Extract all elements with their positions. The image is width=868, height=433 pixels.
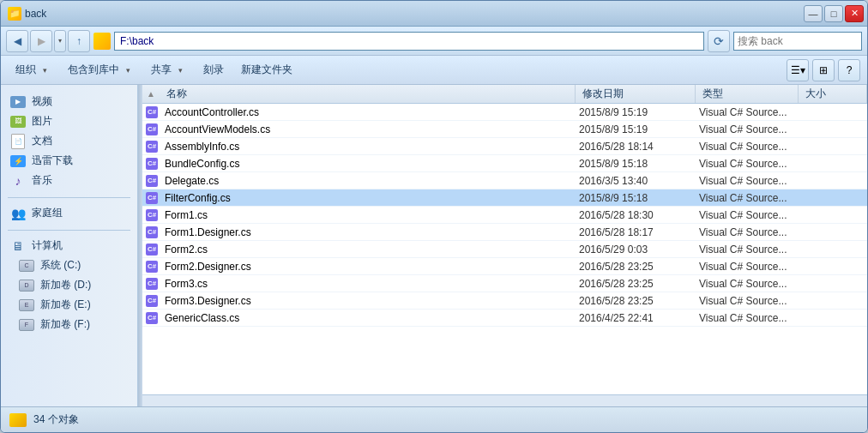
file-name-cell: C# Form1.Designer.cs [142, 224, 576, 240]
file-type-cell: Visual C# Source... [696, 104, 799, 120]
file-name-text: BundleConfig.cs [165, 158, 239, 170]
sidebar-item-homegroup[interactable]: 👥 家庭组 [1, 203, 137, 223]
image-icon: 🖼 [9, 115, 27, 129]
new-folder-button[interactable]: 新建文件夹 [233, 59, 300, 81]
up-button[interactable]: ↑ [68, 30, 90, 52]
file-size-cell [799, 292, 867, 309]
file-name-text: GenericClass.cs [165, 312, 239, 324]
file-date-cell: 2015/8/9 15:19 [576, 104, 696, 120]
search-input[interactable] [734, 33, 868, 49]
file-type-cell: Visual C# Source... [696, 310, 799, 326]
col-header-type[interactable]: 类型 [696, 85, 799, 103]
file-type-cell: Visual C# Source... [696, 224, 799, 240]
status-count: 34 个对象 [33, 412, 79, 427]
sidebar-label-computer: 计算机 [32, 238, 63, 253]
file-type-cell: Visual C# Source... [696, 121, 799, 137]
explorer-window: 📁 back — □ ✕ ◀ ▶ ▾ ↑ ⟳ 🔍 组织 ▾ 包含到库中 [0, 0, 868, 433]
file-area: ▲ 名称 修改日期 类型 大小 C# AccountController [142, 85, 867, 406]
horizontal-scrollbar[interactable] [142, 394, 867, 406]
sidebar-label-drive-c: 系统 (C:) [40, 258, 81, 273]
address-input[interactable] [114, 32, 704, 51]
file-size-cell [799, 241, 867, 257]
nav-buttons: ◀ ▶ ▾ ↑ [6, 30, 90, 52]
table-row[interactable]: C# Form2.cs 2016/5/29 0:03 Visual C# Sou… [142, 241, 867, 258]
sidebar-item-image[interactable]: 🖼 图片 [1, 111, 137, 131]
file-name-cell: C# Form3.cs [142, 275, 576, 292]
toolbar: 组织 ▾ 包含到库中 ▾ 共享 ▾ 刻录 新建文件夹 ☰▾ ⊞ ? [1, 56, 867, 85]
sidebar-item-drive-f[interactable]: F 新加卷 (F:) [1, 315, 137, 334]
table-row[interactable]: C# AccountController.cs 2015/8/9 15:19 V… [142, 104, 867, 121]
sidebar-item-music[interactable]: ♪ 音乐 [1, 171, 137, 190]
table-row[interactable]: C# AssemblyInfo.cs 2016/5/28 18:14 Visua… [142, 138, 867, 155]
file-date-cell: 2016/5/28 18:14 [576, 138, 696, 154]
sidebar-item-drive-e[interactable]: E 新加卷 (E:) [1, 295, 137, 315]
file-name-text: AccountViewModels.cs [165, 123, 270, 135]
file-name-cell: C# AssemblyInfo.cs [142, 138, 576, 154]
new-folder-label: 新建文件夹 [241, 63, 292, 77]
music-icon: ♪ [9, 174, 27, 188]
table-row[interactable]: C# Form3.Designer.cs 2016/5/28 23:25 Vis… [142, 292, 867, 310]
drive-c-icon: C [18, 259, 35, 273]
file-date-cell: 2016/5/28 23:25 [576, 275, 696, 292]
back-button[interactable]: ◀ [6, 30, 28, 52]
col-header-name[interactable]: 名称 [160, 85, 576, 103]
table-row[interactable]: C# BundleConfig.cs 2015/8/9 15:18 Visual… [142, 155, 867, 172]
sidebar-item-thunder[interactable]: ⚡ 迅雷下载 [1, 151, 137, 171]
file-date-cell: 2016/5/29 0:03 [576, 241, 696, 257]
table-row[interactable]: C# Delegate.cs 2016/3/5 13:40 Visual C# … [142, 172, 867, 189]
file-type-cell: Visual C# Source... [696, 189, 799, 206]
table-row[interactable]: C# Form1.Designer.cs 2016/5/28 18:17 Vis… [142, 224, 867, 241]
status-folder-icon [9, 413, 27, 427]
close-button[interactable]: ✕ [845, 5, 864, 22]
file-name-cell: C# Form2.Designer.cs [142, 258, 576, 274]
col-header-date[interactable]: 修改日期 [576, 85, 696, 103]
sidebar-label-homegroup: 家庭组 [32, 206, 63, 220]
file-size-cell [799, 310, 867, 326]
file-date-cell: 2015/8/9 15:18 [576, 155, 696, 171]
minimize-button[interactable]: — [804, 5, 823, 22]
sidebar-item-drive-c[interactable]: C 系统 (C:) [1, 256, 137, 275]
sidebar-favorites: ▶ 视频 🖼 图片 📄 文档 [1, 92, 137, 190]
sidebar-label-drive-f: 新加卷 (F:) [40, 317, 90, 332]
toolbar-right: ☰▾ ⊞ ? [787, 59, 860, 81]
burn-button[interactable]: 刻录 [196, 59, 232, 81]
sidebar-item-video[interactable]: ▶ 视频 [1, 92, 137, 111]
col-header-size[interactable]: 大小 [799, 85, 867, 103]
file-size-cell [799, 207, 867, 223]
share-button[interactable]: 共享 ▾ [143, 59, 194, 81]
file-date-cell: 2016/5/28 23:25 [576, 292, 696, 309]
table-row[interactable]: C# GenericClass.cs 2016/4/25 22:41 Visua… [142, 310, 867, 327]
sidebar-item-computer[interactable]: 🖥 计算机 [1, 236, 137, 256]
cs-file-icon: C# [146, 226, 158, 238]
file-size-cell [799, 189, 867, 206]
forward-button[interactable]: ▶ [30, 30, 52, 52]
library-button[interactable]: 包含到库中 ▾ [60, 59, 142, 81]
file-size-cell [799, 275, 867, 292]
organize-button[interactable]: 组织 ▾ [8, 59, 58, 81]
table-row[interactable]: C# FilterConfig.cs 2015/8/9 15:18 Visual… [142, 189, 867, 207]
sidebar-label-doc: 文档 [32, 134, 52, 148]
view-dropdown-button[interactable]: ☰▾ [787, 59, 809, 81]
table-row[interactable]: C# Form3.cs 2016/5/28 23:25 Visual C# So… [142, 275, 867, 292]
sidebar-label-music: 音乐 [32, 173, 52, 188]
cs-file-icon: C# [146, 158, 158, 170]
sidebar-item-drive-d[interactable]: D 新加卷 (D:) [1, 275, 137, 295]
window-icon: 📁 [8, 7, 21, 21]
library-dropdown-icon: ▾ [122, 66, 134, 75]
file-name-text: Delegate.cs [165, 175, 219, 187]
share-label: 共享 [151, 63, 172, 77]
file-name-cell: C# Form3.Designer.cs [142, 292, 576, 309]
table-row[interactable]: C# AccountViewModels.cs 2015/8/9 15:19 V… [142, 121, 867, 138]
file-size-cell [799, 121, 867, 137]
preview-pane-button[interactable]: ⊞ [812, 59, 835, 81]
sidebar-item-doc[interactable]: 📄 文档 [1, 131, 137, 151]
table-row[interactable]: C# Form2.Designer.cs 2016/5/28 23:25 Vis… [142, 258, 867, 275]
file-name-text: FilterConfig.cs [165, 192, 231, 204]
nav-dropdown[interactable]: ▾ [54, 30, 66, 52]
help-button[interactable]: ? [838, 59, 860, 81]
refresh-button[interactable]: ⟳ [708, 30, 730, 52]
maximize-button[interactable]: □ [824, 5, 843, 22]
cs-file-icon: C# [146, 261, 158, 273]
sidebar-label-thunder: 迅雷下载 [32, 153, 73, 168]
table-row[interactable]: C# Form1.cs 2016/5/28 18:30 Visual C# So… [142, 207, 867, 224]
